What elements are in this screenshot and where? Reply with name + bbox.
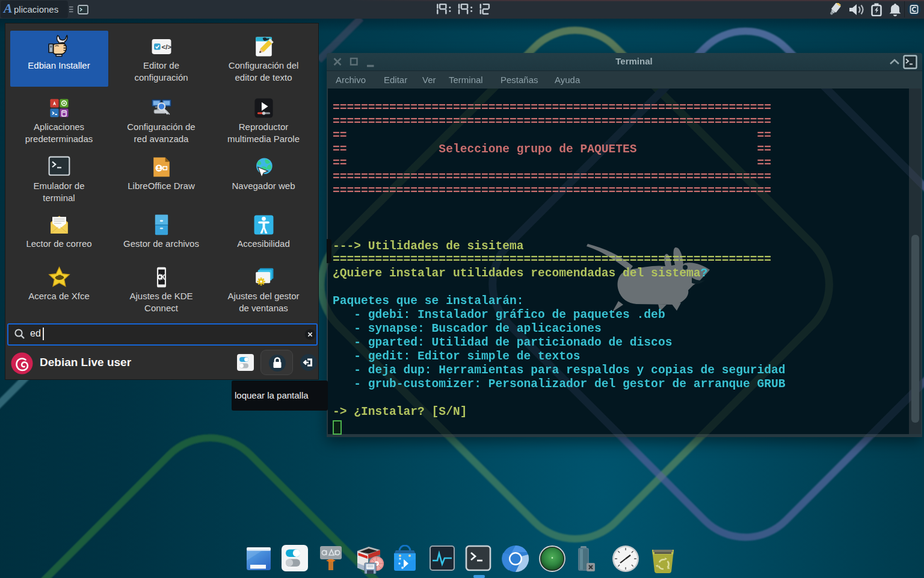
svg-text:</>: </>: [161, 43, 171, 51]
